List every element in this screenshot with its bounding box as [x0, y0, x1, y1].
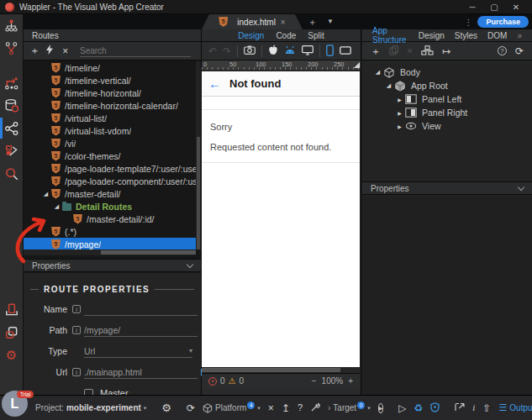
apple-ios-icon[interactable] [268, 45, 278, 57]
tab-code[interactable]: Code [276, 31, 296, 40]
recycle-icon[interactable]: ♻ [414, 402, 424, 414]
zoom-out-button[interactable]: − [312, 376, 317, 386]
wrench-icon[interactable] [310, 402, 320, 414]
share-export-icon[interactable] [455, 402, 465, 413]
tablet-preview-icon[interactable] [340, 46, 351, 56]
tree-item-panel-left[interactable]: ▶Panel Left [362, 92, 532, 106]
design-preview[interactable]: ← Not found Sorry Requested content not … [202, 71, 360, 367]
route-item[interactable]: 5/color-themes/ [24, 150, 196, 162]
bolt-icon[interactable] [44, 45, 55, 57]
expander-icon[interactable]: ▶ [394, 123, 405, 129]
route-item[interactable]: 5/timeline-vertical/ [24, 74, 196, 87]
output-button[interactable]: ☰ Output [498, 402, 532, 413]
route-item[interactable]: ◢Detail Routes [24, 200, 196, 213]
expander-icon[interactable]: ◢ [51, 203, 62, 210]
route-item[interactable]: 5(.*) [24, 225, 196, 238]
tab-close-icon[interactable]: × [281, 18, 286, 27]
info-icon[interactable]: i [72, 326, 81, 334]
kebab-menu-icon[interactable]: ⋮ [464, 18, 472, 27]
settings-gear-icon[interactable]: ⚙ [0, 344, 24, 366]
expander-icon[interactable]: ▶ [394, 97, 405, 102]
maximize-button[interactable]: ▢ [483, 0, 505, 14]
route-item[interactable]: 5/timeline/ [24, 61, 196, 74]
routes-horizontal-scrollbar[interactable] [24, 249, 196, 255]
project-selector[interactable]: Project: mobile-experiment ▾ [35, 403, 146, 412]
device-publish-icon[interactable] [0, 298, 24, 321]
tree-item-panel-right[interactable]: ▶Panel Right [362, 106, 532, 119]
tab-app-structure[interactable]: App Structure [372, 26, 408, 45]
refresh-project-icon[interactable]: ⟳ [187, 403, 195, 413]
phone-preview-icon[interactable] [326, 45, 334, 58]
close-button[interactable]: ✕ [505, 0, 527, 14]
up-arrow-icon[interactable]: ↥ [282, 403, 290, 413]
route-item[interactable]: 5/page-loader-template7/:user/:userId/:p… [24, 162, 196, 175]
tab-dom[interactable]: DOM [487, 31, 507, 40]
path-field[interactable] [84, 324, 198, 337]
name-field[interactable] [84, 303, 198, 316]
info-icon[interactable]: i [72, 368, 81, 376]
minimize-button[interactable]: ─ [461, 0, 483, 14]
info-icon[interactable]: i [472, 403, 475, 412]
screenshot-camera-icon[interactable] [244, 45, 255, 56]
route-item[interactable]: 5/mypage/ [24, 238, 196, 249]
question-icon[interactable]: ? [298, 403, 303, 412]
purchase-button[interactable]: Purchase [477, 16, 529, 28]
tab-split[interactable]: Split [308, 31, 324, 40]
search-input[interactable] [80, 45, 191, 57]
new-tab-button[interactable]: ＋ [303, 14, 322, 29]
expander-icon[interactable]: ◢ [40, 191, 51, 197]
project-settings-gear-icon[interactable]: ⚙ [161, 402, 171, 413]
route-item[interactable]: 5/page-loader-component/:user/:userId/:p… [24, 175, 196, 187]
expander-icon[interactable]: ◢ [383, 82, 394, 89]
tab-styles[interactable]: Styles [455, 31, 477, 40]
desktop-monitor-icon[interactable] [302, 45, 313, 57]
tree-item-app-root[interactable]: ◢App Root [362, 79, 532, 92]
tree-item-view[interactable]: ▶View [362, 119, 532, 133]
back-arrow-icon[interactable]: ← [202, 76, 229, 91]
clear-routes-button[interactable]: × [60, 45, 71, 57]
add-route-button[interactable]: ＋ [29, 44, 40, 58]
tab-design[interactable]: Design [238, 31, 264, 40]
info-icon[interactable]: i [72, 305, 81, 313]
tab-design[interactable]: Design [419, 31, 445, 40]
publish-upload-icon[interactable]: ⇧ [482, 403, 491, 413]
undo-icon[interactable]: ↶ [208, 46, 217, 56]
platform-selector[interactable]: Platform 4 ▾ [203, 403, 261, 413]
route-item[interactable]: 5/timeline-horizontal-calendar/ [24, 99, 196, 112]
type-dropdown[interactable]: Url ▾ [84, 345, 192, 358]
target-selector[interactable]: › Target 0 ▾ [328, 403, 371, 412]
tab-list-chevron-icon[interactable]: ▼ [322, 14, 339, 29]
routes-vertical-scrollbar[interactable] [196, 61, 201, 249]
route-item[interactable]: 5/virtual-list/ [24, 112, 196, 124]
connections-share-icon[interactable] [0, 117, 24, 139]
close-platform-icon[interactable]: × [268, 403, 274, 413]
tab-index-html[interactable]: 5 index.html × [202, 14, 303, 29]
delete-component-icon[interactable]: × [407, 46, 413, 56]
sitemap-icon[interactable] [0, 14, 24, 37]
expander-icon[interactable]: ◢ [372, 69, 383, 76]
routes-properties-header[interactable]: Properties [24, 259, 201, 272]
route-item[interactable]: 5/master-detail/:id/ [24, 213, 196, 225]
run-play-icon[interactable]: ▷ [398, 403, 406, 413]
android-icon[interactable] [284, 45, 296, 56]
debug-shield-icon[interactable] [430, 402, 440, 414]
extensions-puzzle-icon[interactable] [0, 321, 24, 344]
route-item[interactable]: 5/virtual-list-vdom/ [24, 124, 196, 137]
tree-item-body[interactable]: ◢Body [362, 66, 532, 79]
url-field[interactable] [84, 366, 198, 379]
export-mapsto-icon[interactable]: ↦ [442, 46, 450, 56]
zoom-in-button[interactable]: + [348, 376, 353, 386]
more-tabs-chevron-icon[interactable]: » [517, 31, 522, 40]
expander-icon[interactable]: ▶ [394, 110, 405, 116]
right-properties-header[interactable]: Properties [362, 181, 532, 195]
routes-branch-icon[interactable] [0, 37, 24, 60]
preview-run-circle-icon[interactable]: ▶ [378, 403, 384, 413]
refresh-icon[interactable]: ⟳ [515, 46, 524, 56]
search-icon[interactable] [0, 162, 24, 185]
preview-horizontal-scrollbar[interactable] [202, 367, 360, 373]
redo-icon[interactable]: ↷ [223, 46, 231, 56]
duplicate-icon[interactable] [389, 45, 398, 57]
route-item[interactable]: ◢5/master-detail/ [24, 187, 196, 200]
route-item[interactable]: 5/vi/ [24, 137, 196, 150]
database-icon[interactable] [0, 94, 24, 117]
